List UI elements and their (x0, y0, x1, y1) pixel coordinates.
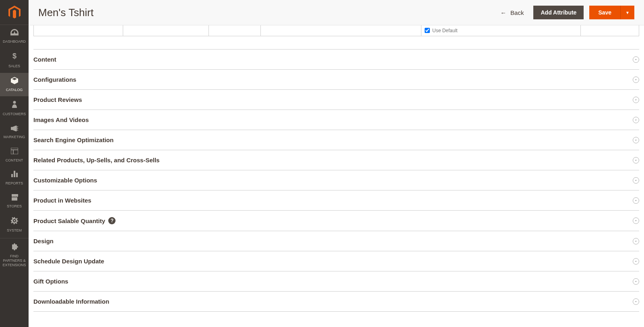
sidebar-item-label: DASHBOARD (3, 39, 26, 44)
sidebar-item-label: SALES (8, 64, 20, 68)
megaphone-icon (11, 125, 18, 134)
expand-icon[interactable] (633, 298, 639, 305)
accordion-title-text: Content (33, 56, 56, 63)
accordion-section[interactable]: Search Engine Optimization (33, 130, 639, 150)
accordion-title: Search Engine Optimization (33, 137, 114, 143)
accordion-title: Related Products, Up-Sells, and Cross-Se… (33, 157, 159, 164)
svg-point-1 (13, 101, 16, 104)
expand-icon[interactable] (633, 77, 639, 83)
accordion-title: Product in Websites (33, 197, 91, 204)
sidebar-item-label: STORES (7, 204, 22, 209)
sidebar-item-marketing[interactable]: MARKETING (0, 121, 29, 144)
expand-icon[interactable] (633, 56, 639, 63)
content-area: Use Default ContentConfigurationsProduct… (29, 25, 644, 312)
sidebar-item-label: MARKETING (4, 135, 25, 139)
sidebar-item-catalog[interactable]: CATALOG (0, 73, 29, 97)
expand-icon[interactable] (633, 97, 639, 103)
accordion-title-text: Configurations (33, 76, 76, 83)
table-cell (123, 25, 209, 36)
main-content: Men's Tshirt ← Back Add Attribute Save ▼… (29, 0, 644, 312)
svg-rect-5 (11, 174, 13, 177)
sidebar-item-customers[interactable]: CUSTOMERS (0, 97, 29, 120)
accordion-section[interactable]: Product Reviews (33, 90, 639, 110)
save-button-group: Save ▼ (589, 6, 634, 19)
back-label: Back (510, 9, 524, 16)
use-default-label: Use Default (432, 28, 458, 33)
accordion-section[interactable]: Product in Websites (33, 190, 639, 211)
dashboard-icon (10, 29, 19, 38)
sidebar-item-system[interactable]: SYSTEM (0, 213, 29, 237)
svg-rect-7 (16, 173, 18, 177)
accordion-section[interactable]: Configurations (33, 70, 639, 90)
puzzle-icon (11, 243, 18, 253)
accordion-title: Product Reviews (33, 96, 82, 103)
sidebar-item-reports[interactable]: REPORTS (0, 167, 29, 190)
sidebar-item-label: CONTENT (6, 158, 23, 163)
help-icon[interactable]: ? (108, 217, 116, 224)
accordion-title-text: Schedule Design Update (33, 258, 104, 265)
sidebar-item-partners[interactable]: FIND PARTNERS & EXTENSIONS (0, 238, 29, 272)
expand-icon[interactable] (633, 197, 639, 204)
magento-logo[interactable] (0, 0, 29, 25)
table-cell (209, 25, 261, 36)
header-actions: ← Back Add Attribute Save ▼ (500, 6, 634, 19)
expand-icon[interactable] (633, 238, 639, 244)
accordion-title-text: Product in Websites (33, 197, 91, 204)
svg-rect-6 (14, 171, 15, 177)
sidebar-item-dashboard[interactable]: DASHBOARD (0, 25, 29, 48)
sidebar-item-label: CATALOG (6, 88, 23, 92)
save-dropdown-toggle[interactable]: ▼ (620, 6, 634, 19)
add-attribute-button[interactable]: Add Attribute (533, 6, 584, 19)
expand-icon[interactable] (633, 137, 639, 143)
accordion-section[interactable]: Related Products, Up-Sells, and Cross-Se… (33, 150, 639, 170)
page-header: Men's Tshirt ← Back Add Attribute Save ▼ (29, 0, 644, 25)
expand-icon[interactable] (633, 217, 639, 224)
accordion-title: Schedule Design Update (33, 258, 104, 265)
sidebar-item-sales[interactable]: $ SALES (0, 48, 29, 72)
back-button[interactable]: ← Back (500, 9, 524, 16)
sidebar-item-label: FIND PARTNERS & EXTENSIONS (1, 254, 28, 267)
table-cell (581, 25, 639, 36)
use-default-checkbox[interactable] (425, 28, 430, 33)
sidebar-item-label: REPORTS (6, 181, 23, 186)
svg-text:$: $ (12, 52, 16, 60)
sidebar-item-label: CUSTOMERS (3, 112, 26, 116)
accordion-title: Configurations (33, 76, 76, 83)
expand-icon[interactable] (633, 157, 639, 164)
accordion-section[interactable]: Design (33, 231, 639, 251)
expand-icon[interactable] (633, 258, 639, 265)
accordion-section[interactable]: Downloadable Information (33, 292, 639, 312)
sidebar-item-content[interactable]: CONTENT (0, 144, 29, 167)
accordion-title-text: Images And Videos (33, 116, 89, 123)
table-cell (34, 25, 123, 36)
accordion-section[interactable]: Gift Options (33, 271, 639, 292)
sidebar-item-label: SYSTEM (7, 228, 22, 233)
accordion-section[interactable]: Product Salable Quantity? (33, 211, 639, 231)
accordion-section[interactable]: Images And Videos (33, 110, 639, 130)
accordion-title: Content (33, 56, 56, 63)
accordion-title-text: Design (33, 238, 54, 244)
accordion-title-text: Product Salable Quantity (33, 217, 105, 224)
accordion-title-text: Gift Options (33, 278, 68, 285)
expand-icon[interactable] (633, 177, 639, 184)
accordion-title-text: Customizable Options (33, 177, 97, 184)
accordion-section[interactable]: Schedule Design Update (33, 251, 639, 271)
expand-icon[interactable] (633, 117, 639, 123)
box-icon (11, 77, 18, 87)
table-partial-row: Use Default (33, 25, 639, 36)
accordion-title: Design (33, 238, 54, 244)
bars-icon (11, 171, 18, 180)
accordion-section[interactable]: Content (33, 49, 639, 70)
accordion-section[interactable]: Customizable Options (33, 170, 639, 190)
page-title: Men's Tshirt (38, 6, 93, 19)
accordion-title: Gift Options (33, 278, 68, 285)
accordion-title-text: Related Products, Up-Sells, and Cross-Se… (33, 157, 159, 164)
accordion-title-text: Product Reviews (33, 96, 82, 103)
sidebar: DASHBOARD $ SALES CATALOG CUSTOMERS MARK… (0, 0, 29, 312)
expand-icon[interactable] (633, 278, 639, 285)
save-button[interactable]: Save (589, 6, 620, 19)
sidebar-item-stores[interactable]: STORES (0, 190, 29, 213)
accordion-title: Customizable Options (33, 177, 97, 184)
accordion-title: Downloadable Information (33, 298, 109, 305)
storefront-icon (11, 194, 18, 203)
